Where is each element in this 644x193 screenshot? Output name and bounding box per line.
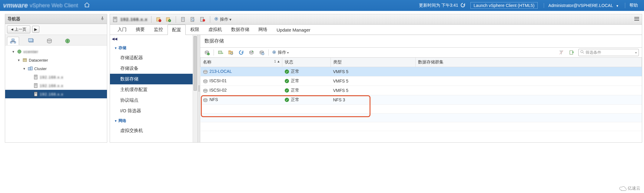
action-shutdown-icon[interactable]: [199, 16, 206, 23]
filter-clear-icon[interactable]: [558, 49, 565, 56]
tree-label: Cluster: [34, 66, 47, 71]
tree-host-node[interactable]: 192.168.x.x: [5, 81, 107, 90]
help-menu[interactable]: 帮助: [625, 3, 638, 8]
gear-icon: [272, 50, 277, 56]
tree-host-node[interactable]: 192.168.x.x: [5, 90, 107, 98]
tree-cluster-node[interactable]: ▼ Cluster: [5, 64, 107, 73]
new-datastore-icon[interactable]: +: [203, 49, 211, 56]
svg-point-46: [581, 50, 583, 53]
tab-5[interactable]: 虚拟机: [204, 24, 227, 35]
tab-3[interactable]: 配置: [168, 25, 186, 35]
table-row[interactable]: 213-LOCAL✓正常VMFS 5: [201, 67, 642, 76]
back-button[interactable]: ◀ 上一页: [7, 25, 30, 33]
tab-7[interactable]: 网络: [254, 24, 272, 35]
svg-rect-13: [35, 76, 37, 77]
datastore-actions-menu[interactable]: 操作 ▾: [272, 50, 289, 56]
scrollbar[interactable]: [193, 35, 198, 142]
refresh-icon[interactable]: [460, 2, 466, 9]
storage-view-tab[interactable]: [43, 37, 55, 45]
refresh-icon[interactable]: [237, 49, 245, 56]
table-row[interactable]: NFS✓正常NFS 3: [201, 95, 642, 105]
navigator-panel: 导航器 ◀ 上一页 ▶: [5, 14, 107, 143]
column-header-name[interactable]: 名称 1 ▲: [201, 58, 282, 67]
export-icon[interactable]: [568, 49, 575, 56]
svg-line-47: [583, 52, 584, 54]
tab-6[interactable]: 数据存储: [227, 24, 254, 35]
svg-rect-45: [570, 51, 573, 54]
splitter-handle[interactable]: [198, 35, 200, 142]
config-item[interactable]: I/O 筛选器: [110, 106, 198, 116]
manage-storage-icon[interactable]: [258, 49, 265, 56]
svg-rect-39: [229, 51, 231, 52]
column-header-type[interactable]: 类型: [331, 58, 416, 67]
action-reboot-icon[interactable]: [189, 16, 197, 23]
tree-datacenter-node[interactable]: ▼ Datacenter: [5, 56, 107, 64]
host-icon: [112, 17, 118, 22]
tree-host-node[interactable]: 192.168.x.x: [5, 73, 107, 81]
table-row[interactable]: ISCSI-02✓正常VMFS 5: [201, 86, 642, 95]
tab-1[interactable]: 摘要: [131, 24, 149, 35]
action-enter-maintenance-icon[interactable]: [155, 16, 162, 23]
config-item[interactable]: 协议端点: [110, 95, 198, 106]
panel-menu-icon[interactable]: [634, 17, 639, 22]
chevron-down-icon: ▼: [616, 4, 619, 8]
datacenter-icon: [22, 57, 28, 63]
chevron-down-icon: ▾: [287, 51, 289, 54]
user-menu[interactable]: Administrator@VSPHERE.LOCAL ▼: [544, 3, 619, 8]
launch-html5-client-button[interactable]: Launch vSphere Client (HTML5): [470, 2, 538, 9]
svg-rect-29: [191, 17, 194, 22]
register-vm-icon[interactable]: +: [217, 49, 224, 56]
home-icon[interactable]: [84, 2, 90, 9]
svg-rect-12: [35, 76, 37, 76]
config-group-header[interactable]: ▼存储: [110, 43, 198, 52]
svg-rect-1: [10, 42, 12, 43]
filter-input[interactable]: 筛选条件 ▾: [578, 49, 639, 56]
object-title: 192.168.x.x: [120, 17, 148, 22]
tab-0[interactable]: 入门: [113, 24, 131, 35]
main-tabs: 入门摘要监控配置权限虚拟机数据存储网络Update Manager: [110, 25, 642, 35]
config-item[interactable]: 存储设备: [110, 63, 198, 74]
filter-placeholder: 筛选条件: [586, 50, 601, 55]
actions-menu[interactable]: 操作 ▾: [214, 16, 231, 22]
back-label: 上一页: [15, 27, 26, 32]
hosts-view-tab[interactable]: [7, 37, 19, 45]
svg-rect-36: [218, 51, 222, 54]
table-row[interactable]: ISCSI-01✓正常VMFS 5: [201, 76, 642, 86]
chevron-down-icon: ▾: [229, 17, 231, 22]
actions-label: 操作: [220, 17, 228, 22]
cluster-icon: [28, 66, 33, 71]
svg-point-41: [262, 52, 264, 55]
column-header-cluster[interactable]: 数据存储群集: [416, 58, 642, 67]
increase-capacity-icon[interactable]: [248, 49, 255, 56]
svg-rect-10: [30, 67, 32, 70]
gear-icon: [214, 16, 219, 22]
history-dropdown[interactable]: ▶: [32, 26, 39, 33]
section-title: 数据存储: [200, 35, 642, 47]
tree-vcenter-node[interactable]: ▼ vcenter: [5, 47, 107, 56]
tree-label: 192.168.x.x: [40, 92, 63, 96]
column-header-status[interactable]: 状态: [282, 58, 331, 67]
config-item[interactable]: 存储适配器: [110, 52, 198, 63]
config-item[interactable]: 虚拟交换机: [110, 125, 198, 136]
tab-2[interactable]: 监控: [149, 24, 168, 35]
config-group-header[interactable]: ▼网络: [110, 116, 198, 125]
object-toolbar: 192.168.x.x + 操作 ▾: [110, 14, 642, 25]
svg-rect-8: [23, 59, 27, 59]
tree-label: Datacenter: [29, 58, 48, 63]
browse-files-icon[interactable]: [227, 49, 234, 56]
tab-8[interactable]: Update Manager: [272, 25, 315, 35]
pin-icon[interactable]: [100, 16, 105, 22]
vms-view-tab[interactable]: [25, 37, 37, 45]
svg-rect-0: [12, 39, 14, 41]
tree-label: vcenter: [23, 49, 38, 54]
config-item[interactable]: 数据存储: [110, 74, 198, 84]
config-item[interactable]: 主机缓存配置: [110, 84, 198, 95]
svg-point-33: [216, 18, 217, 19]
collapse-icon[interactable]: ◀◀: [112, 37, 117, 41]
chevron-left-icon: ◀: [11, 28, 13, 31]
network-view-tab[interactable]: [61, 37, 74, 45]
product-name: vSphere Web Client: [30, 2, 78, 9]
action-power-icon[interactable]: [180, 16, 187, 23]
tab-4[interactable]: 权限: [186, 24, 204, 35]
action-new-vm-icon[interactable]: +: [165, 16, 172, 23]
